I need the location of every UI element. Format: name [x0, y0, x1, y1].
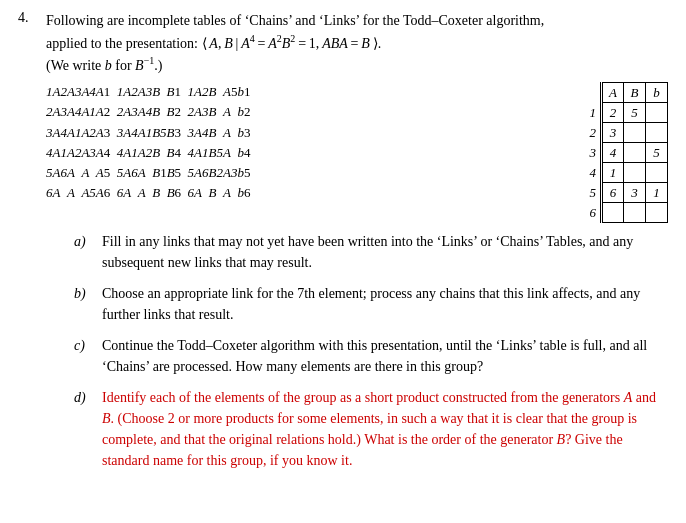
part-c-text: Continue the Todd–Coxeter algorithm with…	[102, 335, 668, 377]
intro-text: Following are incomplete tables of ‘Chai…	[46, 10, 668, 76]
problem-number: 4.	[18, 10, 38, 26]
part-b: b) Choose an appropriate link for the 7t…	[74, 283, 668, 325]
chains-links: 1A2A3A4A1 1A2A3B B1 1A2B A5b1 2A3A4A1A2 …	[46, 82, 550, 223]
cell-1-A: 2	[602, 103, 624, 123]
part-c-label: c)	[74, 335, 96, 377]
cell-4-b	[646, 163, 668, 183]
cell-3-b: 5	[646, 143, 668, 163]
part-a-text: Fill in any links that may not yet have …	[102, 231, 668, 273]
table-row: 1 2 5	[580, 103, 668, 123]
table-row: 6	[580, 203, 668, 223]
cell-5-b: 1	[646, 183, 668, 203]
cell-6-b	[646, 203, 668, 223]
cell-1-B: 5	[624, 103, 646, 123]
cell-6-A	[602, 203, 624, 223]
coset-table: A B b 1 2 5	[580, 82, 669, 223]
chains-table: 1A2A3A4A1 1A2A3B B1 1A2B A5b1 2A3A4A1A2 …	[46, 82, 550, 203]
parts-list: a) Fill in any links that may not yet ha…	[74, 231, 668, 471]
part-a: a) Fill in any links that may not yet ha…	[74, 231, 668, 273]
intro-line3: (We write b for B−1.)	[46, 58, 162, 73]
table-row: 3 4 5	[580, 143, 668, 163]
problem-header: 4. Following are incomplete tables of ‘C…	[18, 10, 668, 481]
part-d-label: d)	[74, 387, 96, 471]
table-row: 4 1	[580, 163, 668, 183]
col-header-B: B	[624, 83, 646, 103]
part-d: d) Identify each of the elements of the …	[74, 387, 668, 471]
part-b-label: b)	[74, 283, 96, 325]
cell-4-B	[624, 163, 646, 183]
intro-line1: Following are incomplete tables of ‘Chai…	[46, 13, 544, 28]
main-content: 1A2A3A4A1 1A2A3B B1 1A2B A5b1 2A3A4A1A2 …	[46, 82, 668, 223]
problem-body: Following are incomplete tables of ‘Chai…	[46, 10, 668, 481]
part-a-label: a)	[74, 231, 96, 273]
cell-5-B: 3	[624, 183, 646, 203]
part-b-text: Choose an appropriate link for the 7th e…	[102, 283, 668, 325]
intro-line2: applied to the presentation: ⟨ A, B | A4…	[46, 36, 381, 51]
problem-container: 4. Following are incomplete tables of ‘C…	[18, 10, 668, 481]
cell-6-B	[624, 203, 646, 223]
cell-3-B	[624, 143, 646, 163]
table-row: 2 3	[580, 123, 668, 143]
cell-2-B	[624, 123, 646, 143]
part-d-text: Identify each of the elements of the gro…	[102, 387, 668, 471]
cell-2-A: 3	[602, 123, 624, 143]
coset-table-grid: A B b 1 2 5	[580, 82, 669, 223]
cell-5-A: 6	[602, 183, 624, 203]
table-row: 5 6 3 1	[580, 183, 668, 203]
col-header-b: b	[646, 83, 668, 103]
col-header-A: A	[602, 83, 624, 103]
cell-3-A: 4	[602, 143, 624, 163]
part-c: c) Continue the Todd–Coxeter algorithm w…	[74, 335, 668, 377]
cell-1-b	[646, 103, 668, 123]
cell-4-A: 1	[602, 163, 624, 183]
cell-2-b	[646, 123, 668, 143]
